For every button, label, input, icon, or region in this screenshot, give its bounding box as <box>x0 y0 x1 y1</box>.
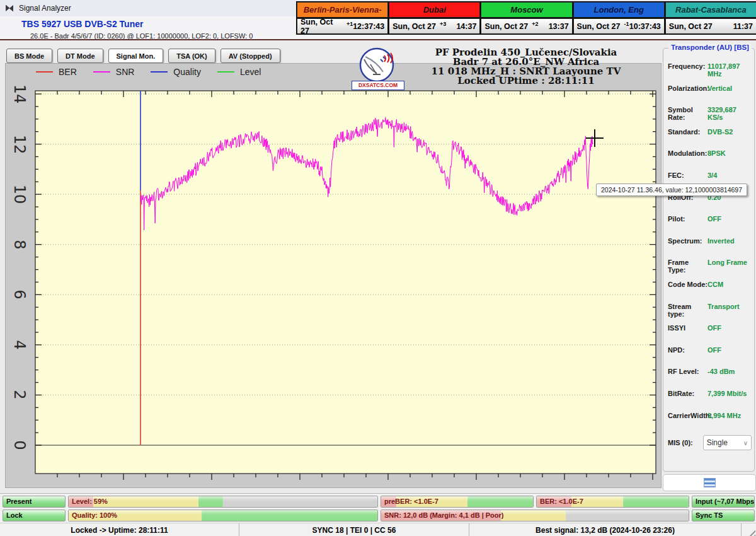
clock-city-label: Dubai <box>389 2 480 18</box>
transponder-row: BitRate: 7,399 Mbit/s <box>668 390 752 412</box>
signal-chart[interactable]: BER SNR Quality Level 02468101214 <box>5 63 662 488</box>
y-axis-tick-label: 2 <box>10 385 29 405</box>
mis-dropdown[interactable]: Single ∨ <box>703 435 752 450</box>
transponder-row-value: Long Frame <box>707 259 752 266</box>
tuner-name: TBS 5927 USB DVB-S2 Tuner <box>21 19 143 29</box>
transponder-row-label: FEC: <box>668 172 707 179</box>
status-segment: Locked -> Uptime: 28:11:11 <box>0 523 239 536</box>
clock-time-cell: Sun, Oct 27 +1 12:37:43 <box>297 18 388 34</box>
status-badge: Sync TS <box>692 510 755 521</box>
transponder-row: CarrierWidth: 3,994 MHz <box>668 412 752 434</box>
transponder-row-value: Vertical <box>707 84 752 92</box>
transponder-row-label: CarrierWidth: <box>668 412 707 419</box>
transponder-row: Symbol Rate: 3329,687 KS/s <box>668 106 752 128</box>
status-badge: Present <box>3 496 66 508</box>
app-icon <box>4 3 14 13</box>
resize-grip[interactable] <box>747 528 755 536</box>
chart-legend: BER SNR Quality Level <box>36 67 261 77</box>
chart-header-line: Locked UPtime : 28:11:11 <box>384 76 668 86</box>
transponder-row: Stream type: Transport <box>668 303 752 325</box>
transponder-row-value: 8PSK <box>707 149 752 157</box>
clock-utc-offset: +3 <box>440 21 456 27</box>
transponder-row-label: NPD: <box>668 346 707 354</box>
meter-bar: Level: 59% <box>68 496 378 508</box>
legend-line-swatch <box>217 71 234 73</box>
status-segment-text: Best signal: 13,2 dB (2024-10-26 23:26) <box>536 526 675 535</box>
plot-canvas[interactable] <box>6 64 661 487</box>
clock: London, Eng Sun, Oct 27 -1 10:37:43 <box>573 2 665 34</box>
meter-segment <box>501 510 565 521</box>
legend-label: BER <box>59 67 77 77</box>
clock: Moscow Sun, Oct 27 +2 13:37 <box>481 2 572 34</box>
meter-segment <box>93 496 198 507</box>
legend-label: Level <box>240 67 261 77</box>
main-panel: BS Mode DT Mode Signal Mon. TSA (OK) AV … <box>0 40 756 493</box>
meter-segment <box>198 496 223 507</box>
meter-label: Level: 59% <box>72 498 108 505</box>
transponder-row-value: 7,399 Mbit/s <box>707 390 752 397</box>
transponder-row-label: Code Mode: <box>668 281 707 288</box>
clock-city-label: Berlin-Paris-Vienna-Roma <box>297 2 388 18</box>
stream-list-button[interactable] <box>663 474 756 491</box>
transponder-row-label: Pilot: <box>668 215 707 223</box>
meter-label: preBER: <1.0E-7 <box>384 498 438 505</box>
transponder-panel-title: Transponder (AU) [BS] <box>668 44 752 51</box>
meter-segment <box>202 510 377 521</box>
clock-time-value: 11:37 <box>733 22 753 31</box>
mis-row: MIS (0): Single ∨ <box>668 433 752 452</box>
meter-row: LockQuality: 100%SNR: 12,0 dB (Margin: 4… <box>0 510 755 521</box>
tab-button[interactable]: TSA (OK) <box>168 49 215 63</box>
transponder-row-label: RF Level: <box>668 368 707 375</box>
clock-time-cell: Sun, Oct 27 +2 13:37 <box>481 18 572 34</box>
clock-utc-offset: -1 <box>624 21 629 27</box>
legend-line-swatch <box>36 71 53 73</box>
tab-button[interactable]: AV (Stopped) <box>220 49 280 63</box>
transponder-row-value: DVB-S2 <box>707 128 752 136</box>
mis-label: MIS (0): <box>668 439 703 446</box>
clock-city-label: Rabat-Casablanca <box>665 2 756 18</box>
legend-label: Quality <box>173 67 201 77</box>
legend-line-swatch <box>151 71 168 73</box>
transponder-row-label: ISSYI <box>668 324 707 332</box>
badge-label: Present <box>6 498 32 505</box>
clock-city-label: Moscow <box>481 2 572 18</box>
tab-button[interactable]: DT Mode <box>57 49 103 63</box>
transponder-row-value: CCM <box>707 281 752 288</box>
clock-date: Sun, Oct 27 <box>577 22 621 31</box>
chevron-down-icon: ∨ <box>743 440 748 446</box>
status-bar: Locked -> Uptime: 28:11:11 SYNC 18 | TEI… <box>0 523 756 536</box>
transponder-row: Frame Type: Long Frame <box>668 259 752 281</box>
transponder-row-value: Transport <box>707 303 752 310</box>
window-title: Signal Analyzer <box>19 4 71 13</box>
meter-label: Quality: 100% <box>72 511 117 519</box>
meter-label: BER: <1.0E-7 <box>540 498 583 505</box>
meter-bar: Quality: 100% <box>68 510 378 521</box>
transponder-row: Spectrum: Inverted <box>668 237 752 259</box>
transponder-row: Code Mode: CCM <box>668 281 752 303</box>
transponder-row-label: Modulation: <box>668 149 707 157</box>
meter-bar: SNR: 12,0 dB (Margin: 4,1 dB | Poor) <box>381 510 689 521</box>
status-badge: Lock <box>3 510 66 521</box>
transponder-row: RollOff: 0.20 <box>668 194 752 216</box>
status-badge: Input (~7,07 Mbps) <box>692 496 755 508</box>
transponder-row-label: Frame Type: <box>668 259 707 274</box>
clock-time-value: 14:37 <box>456 22 476 31</box>
transponder-row-value: 3329,687 KS/s <box>707 106 752 121</box>
clock: Dubai Sun, Oct 27 +3 14:37 <box>389 2 480 34</box>
clock-date: Sun, Oct 27 <box>669 22 713 31</box>
clock-time-cell: Sun, Oct 27 -1 10:37:43 <box>573 18 665 34</box>
clock-date: Sun, Oct 27 <box>392 22 436 31</box>
transponder-row-label: BitRate: <box>668 390 707 397</box>
tab-button[interactable]: BS Mode <box>6 49 52 63</box>
transponder-row: Frequency: 11017,897 MHz <box>668 62 752 84</box>
clock-city-label: London, Eng <box>573 2 665 18</box>
legend-item: SNR <box>93 67 135 77</box>
status-segment-text: SYNC 18 | TEI 0 | CC 56 <box>312 526 396 535</box>
clock-time-value: 13:37 <box>549 22 569 31</box>
clock-date: Sun, Oct 27 <box>484 22 528 31</box>
status-segment: Best signal: 13,2 dB (2024-10-26 23:26) <box>469 523 742 536</box>
tab-button[interactable]: Signal Mon. <box>108 49 164 63</box>
transponder-row: Pilot: OFF <box>668 215 752 237</box>
transponder-row-label: Stream type: <box>668 303 707 318</box>
transponder-row-label: Spectrum: <box>668 237 707 245</box>
